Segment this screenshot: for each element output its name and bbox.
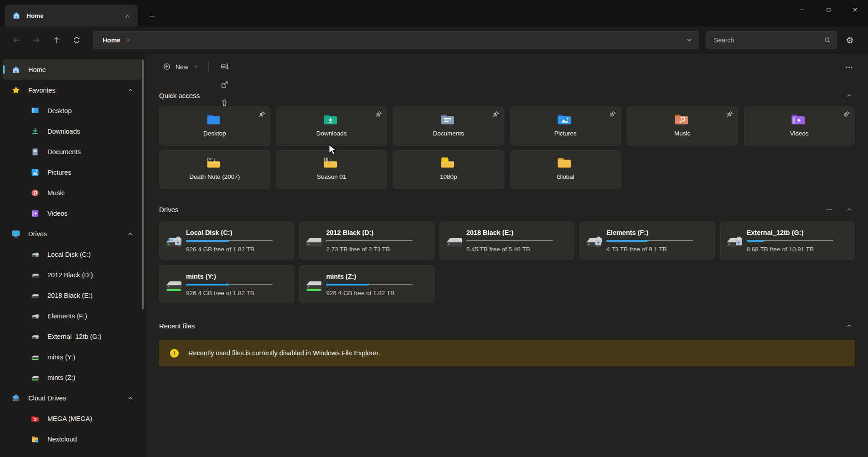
sidebar-item-mints-y[interactable]: mints (Y:) [3, 347, 141, 367]
desktop-screen-icon [30, 106, 40, 116]
drive-tile-mints-y[interactable]: mints (Y:)926.4 GB free of 1.82 TB [159, 265, 294, 303]
drive-tile-elements-f[interactable]: Elements (F:)4.73 TB free of 9.1 TB [579, 222, 714, 260]
rename-button[interactable] [213, 58, 235, 76]
search-icon [824, 36, 831, 44]
drive-icon [444, 232, 465, 250]
recent-files-collapse-button[interactable] [843, 321, 855, 331]
monitor-icon [11, 229, 21, 239]
tile-label: 1080p [440, 173, 457, 180]
drive-green-icon [30, 373, 40, 383]
tile-downloads[interactable]: Downloads [276, 107, 388, 145]
sidebar-item-2012-black-d[interactable]: 2012 Black (D:) [3, 265, 141, 285]
new-tab-button[interactable] [145, 9, 159, 23]
settings-button[interactable]: ⚙ [840, 31, 860, 49]
tile-global[interactable]: Global [510, 150, 621, 189]
drive-name: External_12tb (G:) [747, 229, 833, 236]
tile-documents[interactable]: Documents [393, 107, 504, 145]
tab-home[interactable]: Home [5, 5, 138, 26]
drive-tile-mints-z[interactable]: mints (Z:)926.4 GB free of 1.82 TB [299, 265, 434, 303]
drive-windows-lock-icon [30, 249, 40, 260]
tile-season-01[interactable]: Season 01 [276, 150, 388, 189]
sidebar-item-local-disk-c[interactable]: Local Disk (C:) [3, 244, 141, 265]
breadcrumb[interactable]: Home [103, 36, 120, 44]
quick-access-title: Quick access [159, 92, 200, 99]
tile-1080p[interactable]: 1080p [393, 150, 504, 189]
sidebar-item-elements-f[interactable]: Elements (F:) [3, 306, 141, 326]
sidebar-item-downloads[interactable]: Downloads [3, 121, 141, 141]
up-button[interactable] [46, 31, 67, 49]
back-button[interactable] [6, 31, 26, 49]
recent-files-title: Recent files [159, 322, 195, 330]
sidebar-item-mints-z[interactable]: mints (Z:) [3, 367, 141, 388]
house-icon [11, 65, 21, 75]
folder-season-icon [322, 155, 341, 170]
drive-usage-bar [326, 239, 413, 242]
search-input[interactable]: Search [706, 31, 837, 49]
sidebar-item-documents[interactable]: Documents [3, 141, 141, 162]
sidebar-scrollbar[interactable] [142, 59, 144, 309]
tile-label: Global [557, 173, 574, 180]
drive-free-space: 926.4 GB free of 1.82 TB [186, 246, 273, 253]
sidebar-item-label: Pictures [47, 169, 141, 176]
maximize-button[interactable] [815, 0, 842, 19]
drive-tile-2012-black-d[interactable]: 2012 Black (D:)2.73 TB free of 2.73 TB [299, 222, 434, 260]
tile-pictures[interactable]: Pictures [510, 107, 621, 145]
pin-icon [492, 110, 500, 118]
refresh-button[interactable] [67, 31, 87, 49]
sidebar-item-external-12tb-g[interactable]: External_12tb (G:) [3, 326, 141, 347]
sidebar-item-2018-black-e[interactable]: 2018 Black (E:) [3, 285, 141, 306]
home-scroll-area: Quick access DesktopDownloadsDocumentsPi… [146, 90, 868, 366]
tile-death-note-2007[interactable]: Death Note (2007) [159, 150, 270, 189]
quick-access-collapse-button[interactable] [843, 90, 855, 100]
sidebar-item-favorites[interactable]: Favorites [3, 80, 141, 100]
tile-label: Downloads [316, 130, 347, 137]
tile-label: Desktop [203, 130, 226, 137]
address-dropdown-icon[interactable] [686, 36, 693, 44]
drives-more-button[interactable] [823, 204, 835, 214]
navigation-bar: Home Search ⚙ [0, 26, 868, 54]
drive-green-icon [163, 275, 184, 294]
new-button[interactable]: New [157, 58, 205, 76]
sidebar-item-nextcloud[interactable]: Nextcloud [3, 429, 141, 449]
sidebar-item-music[interactable]: Music [3, 182, 141, 203]
sidebar-item-cloud-drives[interactable]: Cloud Drives [3, 388, 141, 408]
folder-downloads-icon [322, 111, 341, 127]
chevron-up-icon[interactable] [127, 87, 134, 94]
sidebar-item-drives[interactable]: Drives [3, 223, 141, 244]
sidebar-item-pictures[interactable]: Pictures [3, 162, 141, 182]
pin-icon [842, 110, 850, 118]
document-icon [30, 147, 40, 157]
more-options-button[interactable] [840, 58, 858, 76]
tile-music[interactable]: Music [627, 107, 738, 145]
sidebar-item-home[interactable]: Home [3, 59, 141, 80]
drive-name: Local Disk (C:) [186, 229, 273, 236]
drive-tile-2018-black-e[interactable]: 2018 Black (E:)5.45 TB free of 5.46 TB [439, 222, 574, 260]
drive-free-space: 5.45 TB free of 5.46 TB [466, 246, 553, 253]
sidebar-item-videos[interactable]: Videos [3, 203, 141, 223]
chevron-up-icon[interactable] [127, 230, 134, 238]
tile-videos[interactable]: Videos [744, 107, 855, 145]
share-button[interactable] [213, 76, 235, 94]
drive-tile-local-disk-c[interactable]: Local Disk (C:)926.4 GB free of 1.82 TB [159, 222, 294, 260]
sidebar-item-desktop[interactable]: Desktop [3, 100, 141, 121]
chevron-up-icon[interactable] [127, 395, 134, 402]
tab-title: Home [26, 12, 121, 19]
minimize-button[interactable] [789, 0, 815, 19]
drive-usage-bar [326, 283, 413, 286]
toolbar: New [146, 54, 868, 80]
paste-button[interactable] [213, 54, 235, 58]
sidebar-item-label: Elements (F:) [47, 312, 141, 320]
close-button[interactable] [842, 0, 868, 19]
drive-tile-external-12tb-g[interactable]: External_12tb (G:)8.68 TB free of 10.91 … [720, 222, 855, 260]
tab-close-icon[interactable] [121, 10, 133, 21]
titlebar: Home [0, 0, 868, 26]
quick-access-grid: DesktopDownloadsDocumentsPicturesMusicVi… [159, 107, 855, 189]
forward-button[interactable] [26, 31, 46, 49]
tile-desktop[interactable]: Desktop [159, 107, 270, 145]
drive-green-icon [303, 275, 324, 294]
address-bar[interactable]: Home [93, 31, 699, 49]
drives-collapse-button[interactable] [843, 204, 855, 214]
drive-lock-icon [584, 232, 604, 250]
sidebar-item-mega-mega[interactable]: MEGA (MEGA) [3, 408, 141, 429]
recent-files-warning-banner: ! Recently used files is currently disab… [159, 340, 855, 366]
